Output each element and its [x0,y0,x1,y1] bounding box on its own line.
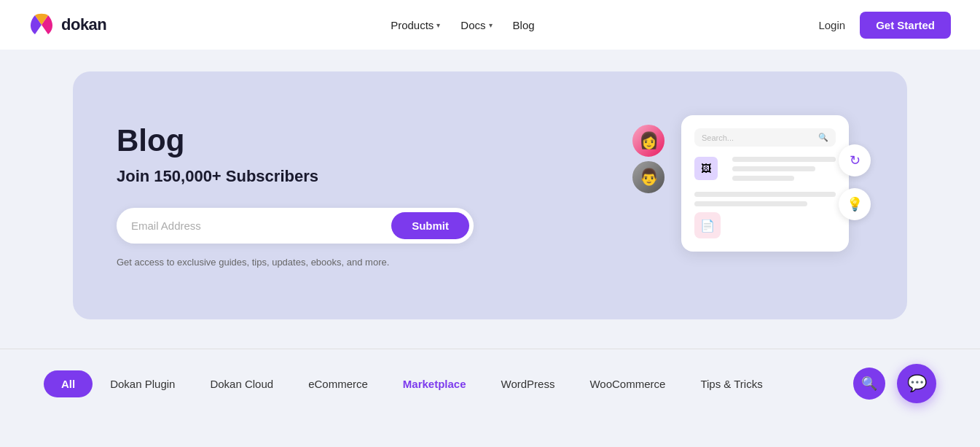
tab-ecommerce[interactable]: eCommerce [291,370,385,397]
hero-illustration: 👩 👨 Search... 🔍 🖼 [616,108,863,283]
content-line [732,157,836,162]
content-line [694,192,836,197]
tab-tips-tricks[interactable]: Tips & Tricks [683,370,780,397]
content-line [732,166,815,171]
doc-icon-area: 📄 [694,212,721,238]
tab-wordpress[interactable]: WordPress [484,370,573,397]
main-nav: Products ▾ Docs ▾ Blog [391,19,534,31]
tab-dokan-cloud[interactable]: Dokan Cloud [192,370,291,397]
logo-area[interactable]: dokan [29,12,106,37]
nav-products[interactable]: Products ▾ [391,19,440,31]
login-button[interactable]: Login [818,19,845,31]
bulb-icon-button: 💡 [839,188,871,220]
search-mock-text: Search... [702,133,734,142]
tab-marketplace[interactable]: Marketplace [385,370,484,397]
chevron-down-icon: ▾ [436,21,440,29]
hero-description: Get access to exclusive guides, tips, up… [117,257,474,268]
image-placeholder-icon: 🖼 [694,157,718,180]
ui-card-mock: Search... 🔍 🖼 📄 [681,115,849,252]
avatar-female: 👩 [630,123,667,159]
site-header: dokan Products ▾ Docs ▾ Blog Login Get S… [0,0,980,50]
hero-card: Blog Join 150,000+ Subscribers Submit Ge… [73,71,907,319]
search-button[interactable]: 🔍 [853,368,885,400]
hero-left: Blog Join 150,000+ Subscribers Submit Ge… [117,123,474,268]
chat-button[interactable]: 💬 [897,364,936,403]
chevron-down-icon: ▾ [489,21,493,29]
email-input[interactable] [131,219,391,232]
hero-section: Blog Join 150,000+ Subscribers Submit Ge… [0,50,980,349]
chat-icon: 💬 [907,374,927,393]
dokan-logo-icon [29,12,54,37]
content-line [732,176,794,181]
nav-blog[interactable]: Blog [513,19,535,31]
search-icon: 🔍 [861,376,877,392]
avatar-group: 👩 👨 [630,123,667,188]
hero-subtitle: Join 150,000+ Subscribers [117,167,474,186]
nav-docs[interactable]: Docs ▾ [460,19,492,31]
tab-all[interactable]: All [44,370,93,397]
content-line [694,201,807,206]
header-actions: Login Get Started [818,12,951,39]
tab-dokan-plugin[interactable]: Dokan Plugin [93,370,192,397]
tab-actions: 🔍 💬 [853,364,936,403]
get-started-button[interactable]: Get Started [860,12,951,39]
refresh-icon-button: ↻ [839,144,871,176]
search-bar-mock: Search... 🔍 [694,128,836,147]
submit-button[interactable]: Submit [391,212,469,239]
logo-text: dokan [61,15,106,34]
search-icon: 🔍 [818,133,828,142]
category-tabs: All Dokan Plugin Dokan Cloud eCommerce M… [0,349,980,418]
avatar-male: 👨 [630,159,667,195]
email-form: Submit [117,208,474,244]
tab-woocommerce[interactable]: WooCommerce [572,370,683,397]
hero-title: Blog [117,123,474,158]
